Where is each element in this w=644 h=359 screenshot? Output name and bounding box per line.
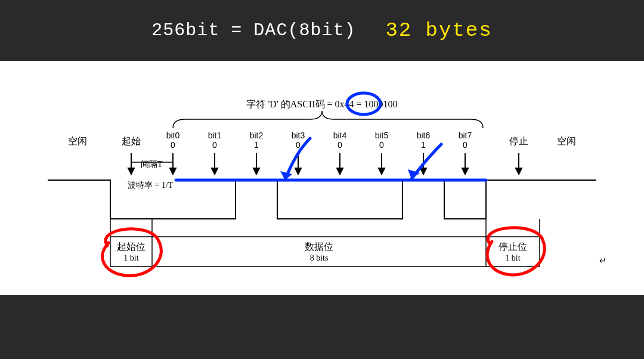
- down-arrows: [128, 153, 522, 174]
- return-symbol: ↵: [599, 256, 606, 265]
- svg-marker-4: [170, 168, 176, 174]
- arrow-bit2: [253, 153, 259, 174]
- interval-label: 间隔T: [141, 160, 163, 169]
- caption-hex: 0x44: [335, 99, 354, 109]
- brace-icon: [173, 111, 483, 128]
- arrow-bit1: [212, 153, 218, 174]
- svg-marker-8: [253, 168, 259, 174]
- bit4-val: 0: [338, 140, 342, 150]
- bit4-name: bit4: [333, 131, 347, 140]
- idle-right-label: 空闲: [557, 136, 576, 146]
- arrow-bit5: [379, 153, 385, 174]
- baudrate-label: 波特率 = 1/T: [128, 181, 174, 190]
- start-label: 起始: [122, 136, 141, 146]
- uart-diagram-svg: 字符 'D' 的ASCII码 = 0x44 = 1000100 空闲 起始 bi…: [0, 61, 644, 295]
- svg-marker-14: [379, 168, 385, 174]
- svg-marker-20: [516, 168, 522, 174]
- caption-eq: =: [357, 99, 364, 109]
- bit2-val: 1: [254, 140, 259, 150]
- ascii-caption: 字符 'D' 的ASCII码 = 0x44 = 1000100: [246, 99, 397, 109]
- bit6-val: 1: [421, 140, 426, 150]
- arrow-stop: [516, 153, 522, 174]
- section-data-title: 数据位: [305, 242, 333, 252]
- svg-marker-16: [420, 168, 426, 174]
- stop-label: 停止: [509, 136, 528, 146]
- bit0-val: 0: [171, 140, 175, 150]
- svg-marker-18: [462, 168, 468, 174]
- svg-marker-6: [212, 168, 218, 174]
- bit0-name: bit0: [166, 131, 180, 140]
- section-stop-title: 停止位: [499, 242, 527, 252]
- bit2-name: bit2: [250, 131, 264, 140]
- section-start-sub: 1 bit: [123, 253, 138, 262]
- bytes-text: 32 bytes: [385, 19, 492, 42]
- bit7-val: 0: [463, 140, 467, 150]
- section-start-title: 起始位: [117, 242, 145, 252]
- bit7-name: bit7: [459, 131, 472, 140]
- arrow-bit4: [337, 153, 343, 174]
- formula-text: 256bit = DAC(8bit): [151, 20, 355, 41]
- svg-marker-2: [128, 168, 134, 174]
- svg-marker-10: [295, 168, 301, 174]
- bit5-name: bit5: [375, 131, 389, 140]
- bit1-val: 0: [212, 140, 217, 150]
- arrow-bit7: [462, 153, 468, 174]
- bit5-val: 0: [379, 140, 384, 150]
- slide-header: 256bit = DAC(8bit) 32 bytes: [0, 0, 644, 61]
- slide-footer: [0, 295, 644, 359]
- idle-left-label: 空闲: [68, 136, 87, 146]
- bit1-name: bit1: [208, 131, 222, 140]
- uart-diagram-panel: 字符 'D' 的ASCII码 = 0x44 = 1000100 空闲 起始 bi…: [0, 61, 644, 295]
- svg-text:字符 'D' 的ASCII码 = 
      0x44
 : 字符 'D' 的ASCII码 = 0x44 = 1000100: [246, 99, 397, 109]
- bit3-name: bit3: [292, 131, 305, 140]
- section-data-sub: 8 bits: [310, 253, 329, 262]
- bit6-name: bit6: [417, 131, 431, 140]
- svg-marker-12: [337, 168, 343, 174]
- caption-prefix: 字符 'D' 的ASCII码 =: [246, 99, 335, 109]
- section-stop-sub: 1 bit: [505, 253, 520, 262]
